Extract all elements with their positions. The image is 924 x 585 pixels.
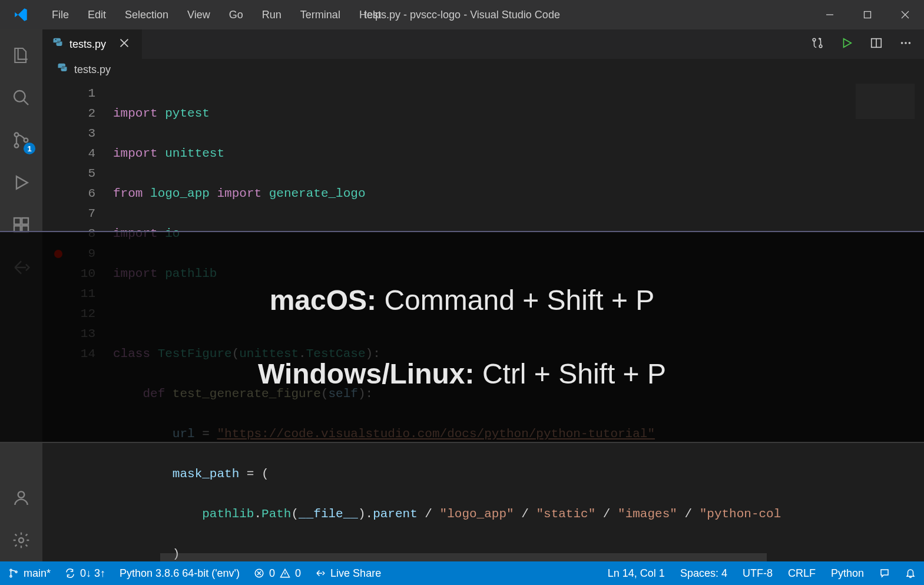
svg-point-12	[59, 46, 61, 47]
line-number: 1	[42, 84, 95, 104]
status-sync[interactable]: 0↓ 3↑	[65, 567, 105, 580]
line-number: 7	[42, 204, 95, 224]
source-control-icon[interactable]: 1	[0, 119, 42, 161]
search-icon[interactable]	[0, 77, 42, 119]
line-number: 2	[42, 104, 95, 124]
line-number: 5	[42, 164, 95, 184]
run-file-icon[interactable]	[840, 37, 853, 52]
tab-label: tests.py	[69, 38, 106, 51]
status-python[interactable]: Python 3.8.6 64-bit ('env')	[120, 567, 240, 580]
menu-terminal[interactable]: Terminal	[291, 0, 350, 29]
tab-close-icon[interactable]	[119, 38, 130, 51]
overlay-macos: macOS: Command + Shift + P	[270, 284, 655, 316]
maximize-button[interactable]	[849, 0, 886, 29]
explorer-icon[interactable]	[0, 34, 42, 77]
menu-help[interactable]: Help	[350, 0, 390, 29]
svg-point-18	[909, 42, 911, 44]
menu-go[interactable]: Go	[220, 0, 253, 29]
editor-actions	[811, 29, 924, 59]
svg-rect-6	[22, 218, 28, 224]
status-language[interactable]: Python	[831, 567, 864, 580]
svg-point-14	[819, 45, 822, 48]
horizontal-scrollbar[interactable]	[160, 553, 767, 561]
menu-bar: File Edit Selection View Go Run Terminal…	[42, 0, 390, 29]
overlay-winlinux: Windows/Linux: Ctrl + Shift + P	[258, 358, 666, 390]
status-bell-icon[interactable]	[905, 568, 916, 579]
svg-point-13	[813, 38, 816, 41]
svg-point-10	[19, 538, 24, 543]
compare-changes-icon[interactable]	[811, 37, 824, 52]
status-problems[interactable]: 0 0	[254, 567, 301, 580]
status-branch[interactable]: main*	[8, 567, 51, 580]
settings-gear-icon[interactable]	[0, 519, 42, 561]
status-eol[interactable]: CRLF	[788, 567, 816, 580]
window-controls	[811, 0, 924, 29]
title-bar: File Edit Selection View Go Run Terminal…	[0, 0, 924, 29]
svg-point-4	[24, 138, 28, 143]
line-number: 3	[42, 124, 95, 144]
menu-run[interactable]: Run	[253, 0, 291, 29]
menu-selection[interactable]: Selection	[115, 0, 178, 29]
svg-point-17	[905, 42, 907, 44]
svg-point-20	[10, 576, 12, 577]
svg-point-3	[15, 144, 19, 148]
svg-point-9	[18, 491, 25, 498]
python-file-icon	[52, 37, 64, 52]
vscode-logo	[0, 7, 42, 22]
svg-point-16	[901, 42, 903, 44]
svg-point-19	[10, 569, 12, 571]
status-feedback-icon[interactable]	[879, 568, 890, 579]
minimap[interactable]	[856, 84, 915, 201]
line-number: 4	[42, 144, 95, 164]
svg-point-21	[15, 571, 17, 573]
breadcrumb[interactable]: tests.py	[42, 59, 924, 80]
account-icon[interactable]	[0, 477, 42, 519]
more-actions-icon[interactable]	[899, 37, 912, 52]
svg-rect-5	[14, 218, 21, 224]
close-button[interactable]	[886, 0, 924, 29]
shortcut-overlay: macOS: Command + Shift + P Windows/Linux…	[0, 231, 924, 443]
menu-file[interactable]: File	[42, 0, 78, 29]
status-liveshare[interactable]: Live Share	[315, 567, 381, 580]
run-debug-icon[interactable]	[0, 161, 42, 204]
line-number: 6	[42, 184, 95, 204]
scm-badge: 1	[24, 143, 35, 154]
minimize-button[interactable]	[811, 0, 849, 29]
svg-point-11	[55, 39, 57, 40]
status-encoding[interactable]: UTF-8	[743, 567, 773, 580]
svg-point-2	[15, 133, 19, 137]
menu-view[interactable]: View	[178, 0, 220, 29]
tab-bar: tests.py	[42, 29, 924, 59]
status-position[interactable]: Ln 14, Col 1	[608, 567, 665, 580]
status-spaces[interactable]: Spaces: 4	[680, 567, 727, 580]
svg-rect-0	[865, 12, 871, 18]
tab-tests-py[interactable]: tests.py	[42, 29, 143, 59]
menu-edit[interactable]: Edit	[78, 0, 115, 29]
split-editor-icon[interactable]	[870, 37, 883, 52]
python-file-icon	[57, 62, 68, 77]
svg-point-1	[14, 91, 25, 102]
status-bar: main* 0↓ 3↑ Python 3.8.6 64-bit ('env') …	[0, 561, 924, 585]
breadcrumb-file: tests.py	[74, 64, 111, 76]
